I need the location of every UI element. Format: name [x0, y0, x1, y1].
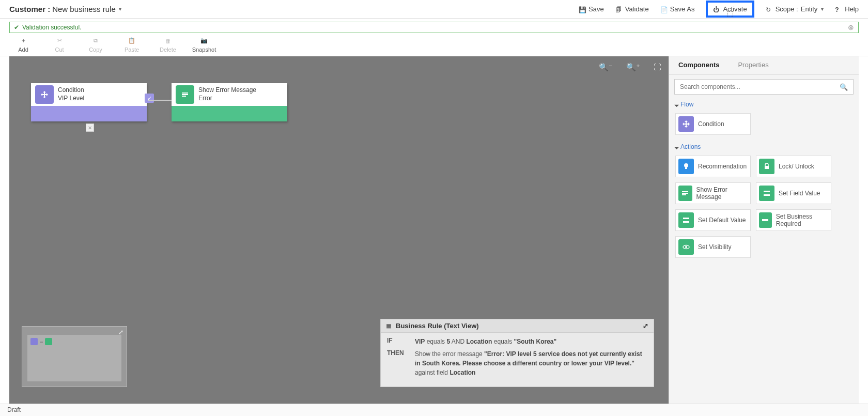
search-components[interactable]: 🔍 [674, 79, 854, 95]
svg-point-15 [685, 246, 687, 248]
svg-rect-2 [182, 96, 186, 97]
trash-icon: 🗑 [164, 36, 173, 45]
condition-icon [678, 116, 694, 132]
activate-icon [713, 6, 720, 13]
required-icon [759, 212, 772, 228]
bulb-icon [678, 159, 694, 174]
side-tabs: Components Properties [669, 56, 859, 75]
status-label: Draft [7, 406, 21, 413]
svg-rect-4 [685, 167, 687, 169]
connector-x-icon: ✕ [86, 124, 94, 132]
snapshot-button[interactable]: 📷 Snapshot [194, 36, 214, 53]
text-view-title: Business Rule (Text View) [396, 322, 479, 330]
svg-rect-1 [182, 94, 188, 95]
entity-label: Customer : [9, 5, 50, 13]
zoom-out-icon[interactable]: 🔍⁻ [599, 63, 613, 72]
delete-button[interactable]: 🗑 Delete [158, 36, 178, 53]
header-actions: Save Validate Save As Activate ⬚ Scope :… [579, 1, 859, 18]
text-view-panel: ≣ Business Rule (Text View) ⤢ IF VIP equ… [380, 319, 654, 387]
minimap[interactable]: ⤢ [22, 326, 127, 387]
minimap-viewport [27, 335, 121, 381]
search-input[interactable] [680, 83, 840, 90]
scope-selector[interactable]: Scope : Entity ▾ [766, 5, 824, 13]
node-subtitle: Error [198, 95, 256, 103]
chevron-down-icon: ▾ [821, 6, 824, 12]
flow-section-header[interactable]: Flow [669, 99, 859, 110]
node-footer-bar [172, 106, 287, 121]
if-expression: VIP equals 5 AND Location equals "South … [415, 337, 647, 346]
connector-check-icon: ✓ [145, 94, 154, 103]
component-set-field[interactable]: Set Field Value [756, 182, 831, 204]
component-set-business-required[interactable]: Set Business Required [756, 209, 831, 231]
search-icon[interactable]: 🔍 [840, 83, 848, 91]
svg-rect-12 [683, 221, 689, 223]
then-label: THEN [387, 349, 408, 377]
component-set-default[interactable]: Set Default Value [675, 209, 751, 231]
component-set-visibility[interactable]: Set Visibility [675, 236, 751, 258]
svg-rect-11 [683, 218, 689, 219]
text-view-icon: ≣ [386, 322, 392, 330]
minimap-action-node [45, 338, 52, 345]
validation-message: Validation successful. [22, 24, 82, 31]
copy-icon: ⧉ [91, 36, 100, 45]
component-show-error[interactable]: Show Error Message [675, 182, 751, 204]
validation-banner: ✔ Validation successful. ⊗ [9, 22, 859, 33]
add-button[interactable]: ＋ Add [13, 36, 33, 53]
list-icon [678, 186, 692, 201]
eye-icon [678, 239, 694, 255]
canvas-toolbar: ＋ Add ✂ Cut ⧉ Copy 📋 Paste 🗑 Delete 📷 Sn… [0, 35, 868, 56]
save-as-button[interactable]: Save As [660, 5, 695, 13]
canvas-controls: 🔍⁻ 🔍⁺ ⛶ [599, 63, 661, 72]
plus-icon: ＋ [19, 36, 28, 45]
node-title: Show Error Message [198, 86, 256, 95]
if-label: IF [387, 337, 408, 346]
cursor-icon: ⬚ [727, 9, 734, 18]
svg-rect-9 [764, 191, 770, 192]
condition-node[interactable]: Condition VIP Level [31, 83, 147, 121]
svg-rect-6 [682, 191, 688, 192]
action-node[interactable]: Show Error Message Error [172, 83, 287, 121]
camera-icon: 📷 [200, 36, 209, 45]
component-condition[interactable]: Condition [675, 113, 751, 135]
svg-rect-7 [682, 193, 688, 194]
close-icon[interactable]: ⊗ [848, 23, 854, 32]
svg-rect-10 [764, 194, 770, 196]
scissors-icon: ✂ [55, 36, 64, 45]
app-header: Customer : New business rule ▾ Save Vali… [0, 0, 868, 19]
minimap-connector [40, 342, 43, 343]
chevron-down-icon[interactable]: ▾ [119, 6, 121, 12]
cut-button[interactable]: ✂ Cut [50, 36, 69, 53]
component-lock-unlock[interactable]: Lock/ Unlock [756, 156, 831, 177]
then-expression: Show the error message "Error: VIP level… [415, 349, 647, 377]
save-button[interactable]: Save [579, 5, 604, 13]
paste-button[interactable]: 📋 Paste [122, 36, 142, 53]
scope-icon [766, 6, 773, 13]
status-bar: Draft [0, 404, 868, 416]
tab-properties[interactable]: Properties [729, 56, 778, 74]
svg-rect-0 [182, 93, 188, 94]
svg-rect-5 [765, 166, 769, 169]
zoom-in-icon[interactable]: 🔍⁺ [626, 63, 640, 72]
side-panel: Components Properties 🔍 Flow Condition A… [669, 56, 859, 406]
page-title[interactable]: Customer : New business rule ▾ [9, 5, 121, 13]
lock-icon [759, 159, 774, 174]
copy-button[interactable]: ⧉ Copy [86, 36, 105, 53]
default-icon [678, 212, 694, 228]
save-as-icon [660, 6, 668, 13]
node-title: Condition [58, 86, 84, 95]
help-icon [835, 6, 842, 13]
node-subtitle: VIP Level [58, 95, 84, 103]
success-check-icon: ✔ [14, 24, 19, 31]
error-action-tile-icon [176, 85, 194, 104]
component-recommendation[interactable]: Recommendation [675, 156, 751, 177]
help-button[interactable]: Help [835, 5, 859, 13]
fit-screen-icon[interactable]: ⛶ [654, 63, 661, 72]
actions-section-header[interactable]: Actions [669, 141, 859, 152]
designer-canvas[interactable]: 🔍⁻ 🔍⁺ ⛶ Condition VIP Level ✓ ✕ [9, 56, 669, 406]
activate-button[interactable]: Activate ⬚ [706, 1, 754, 18]
svg-point-3 [684, 163, 688, 167]
validate-button[interactable]: Validate [615, 5, 649, 13]
tab-components[interactable]: Components [669, 56, 729, 74]
expand-icon[interactable]: ⤢ [643, 322, 648, 330]
field-icon [759, 186, 774, 201]
